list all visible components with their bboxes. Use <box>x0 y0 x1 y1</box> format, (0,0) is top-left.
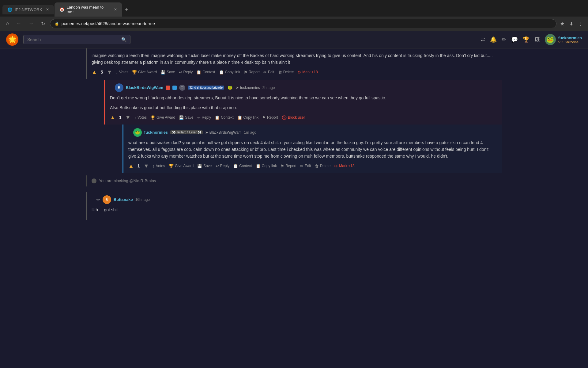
username-3[interactable]: Buttsnake <box>114 197 133 202</box>
image-button[interactable]: 🖼 <box>534 36 540 43</box>
save-btn-1[interactable]: 💾Save <box>179 115 193 121</box>
menu-button[interactable]: ⋮ <box>577 20 584 28</box>
tab-favicon-landon: 🤡 <box>59 7 64 12</box>
save-icon: 💾 <box>160 70 165 75</box>
delete-btn-2[interactable]: 🗑Delete <box>315 163 331 169</box>
search-box[interactable]: 🔍 <box>23 35 130 44</box>
context-icon-2: 📋 <box>233 164 238 168</box>
back-button[interactable]: ← <box>14 20 24 28</box>
context-btn-top[interactable]: 📋Context <box>196 69 215 75</box>
mark-btn-2[interactable]: ⚙Mark +18 <box>334 163 354 169</box>
copylink-btn-1[interactable]: 📋Copy link <box>237 115 258 121</box>
comment-header-1: – B BlackBirdsWigWam 🛡 32nd shitposting … <box>110 83 497 92</box>
timestamp-2: 1m ago <box>244 130 256 135</box>
comment-block-top: imagine watching a leech then imagine wa… <box>86 48 502 79</box>
upvote-top[interactable]: ▲ <box>92 69 97 75</box>
comment-text-top: imagine watching a leech then imagine wa… <box>92 52 497 66</box>
report-icon-2: ⚑ <box>281 164 284 168</box>
comment-block-3: – ✏ B Buttsnake 16hr ago lUh.... got shi… <box>86 192 502 220</box>
downvote-2[interactable]: ▼ <box>144 163 149 169</box>
user-section[interactable]: 🐸 fucknormies 511 Shitcoins <box>545 34 582 45</box>
avatar-2-icon: 🐸 <box>135 130 140 135</box>
comment-section: imagine watching a leech then imagine wa… <box>86 48 502 220</box>
tab-ip2[interactable]: 🌐 IP2.NETWORK ✕ <box>2 5 54 14</box>
header-actions: ⇌ 🔔 ✏ 💬 🏆 🖼 🐸 fucknormies 511 Shitcoins <box>481 34 582 45</box>
context-btn-1[interactable]: 📋Context <box>215 115 233 121</box>
site-logo[interactable]: 🌟 <box>6 33 18 46</box>
vote-count-2: 1 <box>138 163 140 168</box>
context-btn-2[interactable]: 📋Context <box>233 163 252 169</box>
reply-btn-1[interactable]: ↩Reply <box>197 115 211 121</box>
delete-btn-top[interactable]: 🗑Delete <box>278 69 294 75</box>
save-btn-2[interactable]: 💾Save <box>197 163 212 169</box>
reply-btn-top[interactable]: ↩Reply <box>179 69 193 75</box>
award-btn-top[interactable]: 🏆Give Award <box>132 69 157 75</box>
award-btn-2[interactable]: 🏆Give Award <box>169 163 194 169</box>
votes-icon-1: ↕ <box>134 115 136 120</box>
block-user-btn-1[interactable]: 🚫Block user <box>282 115 305 121</box>
extra-label-2: 👀 TriHard7 lurker 👀 <box>170 130 203 134</box>
copy-icon-2: 📋 <box>256 164 261 168</box>
context-icon-1: 📋 <box>215 115 220 120</box>
block-icon-1: 🚫 <box>282 115 287 120</box>
copylink-btn-2[interactable]: 📋Copy link <box>256 163 277 169</box>
edit-btn-top[interactable]: ✏Edit <box>263 69 274 75</box>
votes-btn-1[interactable]: ↕Votes <box>134 115 147 121</box>
lock-icon: 🔒 <box>55 21 59 26</box>
reply-icon-1: ↩ <box>197 115 201 120</box>
tab-close-landon[interactable]: ✕ <box>114 7 117 12</box>
frog-avatar-1: 🐸 <box>227 84 233 91</box>
votes-btn-top[interactable]: ↕Votes <box>116 69 128 75</box>
downvote-top[interactable]: ▼ <box>107 69 112 75</box>
shuffle-button[interactable]: ⇌ <box>481 36 485 43</box>
collapse-btn-3[interactable]: – <box>92 197 94 202</box>
vote-count-1: 1 <box>119 115 122 120</box>
reply-btn-2[interactable]: ↩Reply <box>216 163 230 169</box>
avatar-1: B <box>115 83 123 92</box>
home-button[interactable]: ⌂ <box>4 20 12 28</box>
save-btn-top[interactable]: 💾Save <box>160 69 175 75</box>
username-2[interactable]: fucknormies <box>144 130 168 135</box>
upvote-2[interactable]: ▲ <box>128 163 134 169</box>
bell-button[interactable]: 🔔 <box>490 36 497 43</box>
flair-1-blue <box>172 86 177 90</box>
download-button[interactable]: ⬇ <box>568 20 575 28</box>
flair-1-red <box>166 86 170 90</box>
brigade-label-1: 32nd shitposting brigade <box>188 86 224 90</box>
address-bar[interactable]: 🔒 pcmemes.net/post/4628/landon-was-mean-… <box>50 19 556 28</box>
refresh-button[interactable]: ↻ <box>39 20 47 28</box>
mark-btn-top[interactable]: ⚙Mark +18 <box>297 69 318 75</box>
user-info: fucknormies 511 Shitcoins <box>558 36 582 44</box>
award-icon-2: 🏆 <box>169 164 174 168</box>
tab-close-ip2[interactable]: ✕ <box>46 7 49 12</box>
comment-header-3: – ✏ B Buttsnake 16hr ago <box>92 195 497 204</box>
tab-title-landon: Landon was mean to me : <box>67 5 110 14</box>
new-tab-button[interactable]: + <box>123 5 131 14</box>
downvote-1[interactable]: ▼ <box>125 114 131 121</box>
report-btn-2[interactable]: ⚑Report <box>281 163 296 169</box>
forward-button[interactable]: → <box>26 20 36 28</box>
reply-to-1: fucknormies <box>240 86 260 90</box>
bookmark-button[interactable]: ★ <box>559 20 566 28</box>
action-bar-1: ▲ 1 ▼ ↕Votes 🏆Give Award 💾Save ↩Reply 📋C… <box>110 114 497 121</box>
comment-text-3: lUh.... got shit <box>92 206 497 213</box>
username-1[interactable]: BlackBirdsWigWam <box>126 85 163 90</box>
report-btn-1[interactable]: ⚑Report <box>262 115 278 121</box>
collapse-btn-1[interactable]: – <box>110 85 112 90</box>
trophy-button[interactable]: 🏆 <box>523 36 530 43</box>
upvote-1[interactable]: ▲ <box>110 114 115 121</box>
report-icon-top: ⚑ <box>244 70 247 75</box>
report-btn-top[interactable]: ⚑Report <box>244 69 260 75</box>
award-btn-1[interactable]: 🏆Give Award <box>150 115 175 121</box>
edit-icon-2: ✏ <box>300 164 303 168</box>
award-icon: 🏆 <box>132 70 137 75</box>
edit-btn-2[interactable]: ✏Edit <box>300 163 311 169</box>
votes-btn-2[interactable]: ↕Votes <box>153 163 165 169</box>
tab-landon[interactable]: 🤡 Landon was mean to me : ✕ <box>55 2 122 17</box>
comment-button[interactable]: 💬 <box>511 36 518 43</box>
collapse-btn-2[interactable]: – <box>128 130 131 135</box>
copylink-btn-top[interactable]: 📋Copy link <box>219 69 240 75</box>
pen-button[interactable]: ✏ <box>502 36 506 43</box>
reply-indicator-1: ➤ fucknormies <box>236 86 260 90</box>
search-input[interactable] <box>27 37 119 42</box>
